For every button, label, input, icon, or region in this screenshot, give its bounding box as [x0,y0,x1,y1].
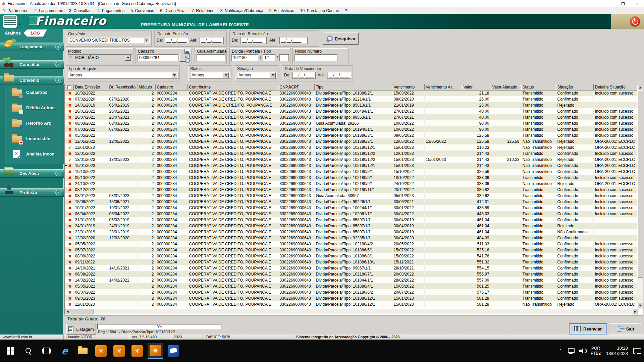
header-status[interactable]: Status [521,84,556,90]
sidebar-group-div-ativa[interactable]: Div. Ativa » [0,169,64,178]
menu-divida-ativa[interactable]: 6. Divida Ativa [157,8,189,13]
modulo-select[interactable]: 2 - MOBILIÁRIO [68,54,132,61]
menu-relatorios[interactable]: 7. Relatórios [189,8,217,13]
sidebar-item-retorno-arq[interactable]: Retorno Arq. [5,116,64,131]
table-row[interactable]: ✖06/04/202206/04/20222000000284COOPERATI… [65,211,637,217]
convenio-select[interactable]: CONVÊNIO SICREDI TRIBUTOS [68,37,150,44]
menu-notificacao-cobranca[interactable]: 8. Notificação/Cobrança [217,8,266,13]
table-row[interactable]: ✖08/03/202208/03/20222000000284COOPERATI… [65,120,637,126]
header-data-emissao[interactable]: Data Emissão [73,84,108,90]
table-row[interactable]: ✖05/07/20222000000284COOPERATIVA DE CRED… [65,247,637,253]
sidebar-item-debito-autom[interactable]: Débito Autom. [5,100,64,116]
table-row[interactable]: ✖09/01/20232000000284COOPERATIVA DE CRED… [65,295,637,301]
header-modulo[interactable]: Módulo [137,84,155,90]
clock[interactable]: 10:28 13/01/2023 [606,346,628,356]
table-row[interactable]: ►✖10/01/20232000000284COOPERATIVA DE CRE… [65,163,637,169]
listagem-button[interactable]: Listagem [66,324,96,335]
calculator-icon[interactable] [3,15,17,28]
tipo-input[interactable] [279,54,289,61]
language-indicator[interactable]: POR PTB2 [591,346,601,356]
network-icon[interactable] [567,348,575,354]
reemissao-ate-input[interactable]: __/__/____ [279,37,308,44]
header-dt-reemissao[interactable]: Dt. Reemissão [108,84,137,90]
table-row[interactable]: ✖14/10/202114/10/20212000000284COOPERATI… [65,265,637,271]
table-row[interactable]: ✖06/08/20222000000284COOPERATIVA DE CRED… [65,271,637,277]
situacao-dropdown-icon[interactable] [270,72,276,78]
horizontal-scroll-thumb[interactable] [70,309,94,314]
table-row[interactable]: ✖03/01/202303/01/20232000000284COOPERATI… [65,193,637,199]
horizontal-scrollbar[interactable]: ◀ ▶ [65,309,638,314]
sidebar-item-cadastros[interactable]: Cadastros [5,85,64,100]
power-button[interactable] [630,16,640,26]
tab-atalhos[interactable]: Atalhos [5,31,21,36]
pesquisar-button[interactable]: Pesquisar [323,33,359,45]
taskbar-search-icon[interactable] [21,343,36,359]
maximize-button[interactable] [616,0,630,7]
header-cnpj-cpf[interactable]: CNPJ/CPF [278,84,314,90]
table-row[interactable]: ✖07/03/202207/03/20222000000284COOPERATI… [65,126,637,132]
table-row[interactable]: ✖24/01/201924/01/20192000000284COOPERATI… [65,223,637,229]
task-view-icon[interactable] [39,343,54,359]
cadastro-search-button[interactable] [179,54,190,62]
menu-lancamentos[interactable]: 2. Lançamentos [31,8,66,13]
reenviar-button[interactable]: Reenviar [569,323,607,334]
table-row[interactable]: ✖14/02/202214/02/20222000000284COOPERATI… [65,277,637,283]
sidebar-group-convenio[interactable]: Convênio » [0,76,64,84]
header-vencimento[interactable]: Vencimento [392,84,424,90]
guia-acumulada-input[interactable] [197,54,225,61]
table-row[interactable]: ✖12/02/202012/02/20202000000284COOPERATI… [65,235,637,241]
chevron-down-icon[interactable]: » [55,62,61,67]
menu-convenios[interactable]: 5. Convênios [127,8,157,13]
table-row[interactable]: ✔11/01/20232000000284COOPERATIVA DE CRED… [65,144,637,150]
sidebar-group-lancamentos[interactable]: Lançament. » [0,43,64,51]
header-valor-alterado[interactable]: Valor Alterado [491,84,521,90]
table-row[interactable]: ✖12/01/20232000000284COOPERATIVA DE CRED… [65,150,637,157]
sidebar-group-protesto[interactable]: Protesto » [0,188,64,197]
header-tipo[interactable]: Tipo [314,84,392,90]
table-row[interactable]: ✖11/01/20232000000284COOPERATIVA DE CRED… [65,301,637,307]
table-row[interactable]: ✖08/09/20222000000284COOPERATIVA DE CRED… [65,253,637,259]
fiorilli-app-icon-2[interactable]: ❋ [111,343,127,359]
menu-estatisticas[interactable]: 9. Estatisticas [266,8,297,13]
table-row[interactable]: ✖08/12/20222000000284COOPERATIVA DE CRED… [65,187,637,193]
table-row[interactable]: ✖31/01/201905/02/20192000000284COOPERATI… [65,217,637,223]
table-row[interactable]: ✖10/10/20222000000284COOPERATIVA DE CRED… [65,169,637,175]
divida-input[interactable]: 102180 [231,54,258,61]
tab-log[interactable]: LOG [23,29,47,37]
file-explorer-icon[interactable] [75,343,91,359]
table-row[interactable]: ✖05/05/20222000000284COOPERATIVA DE CRED… [65,283,637,289]
vertical-scrollbar[interactable]: ▲ ▼ [637,84,643,308]
edge-icon[interactable]: e [57,343,72,359]
scroll-up-icon[interactable]: ▲ [637,84,643,90]
table-row[interactable]: ✖15/06/202115/06/20212000000284COOPERATI… [65,199,637,205]
header-valor[interactable]: Valor [462,84,491,90]
parcela-input[interactable]: 12 [263,54,275,61]
speaker-icon[interactable] [579,348,587,354]
convenio-dropdown-icon[interactable] [144,38,149,43]
fiorilli-app-icon-1[interactable]: ❋ [93,343,109,359]
table-row[interactable]: ✖24/10/20222000000284COOPERATIVA DE CRED… [65,181,637,187]
header-situacao[interactable]: Situação [556,84,593,90]
registro-dropdown-icon[interactable] [171,72,177,78]
scroll-left-icon[interactable]: ◀ [65,309,70,314]
scroll-down-icon[interactable]: ▼ [637,303,643,308]
blue-app-icon[interactable] [166,343,181,359]
table-row[interactable]: ✖12/05/202212/05/20222000000284COOPERATI… [65,138,637,144]
header-detalhe-situacao[interactable]: Detalhe Situação [593,84,637,90]
chevron-up-icon[interactable]: » [55,77,61,83]
nosso-numero-input[interactable] [294,54,337,61]
chevron-down-icon[interactable]: » [55,190,61,195]
menu-parametros[interactable]: 1. Parâmetros [0,8,31,13]
table-row[interactable]: ✖14/01/201905/02/20192000000284COOPERATI… [65,102,637,108]
close-button[interactable]: × [630,0,644,7]
minimize-button[interactable] [602,0,616,7]
cadastro-grid-icon-button[interactable] [184,49,190,54]
sidebar-item-analisa-incon[interactable]: Analisa Incon. [5,146,64,162]
sair-button[interactable]: Sair [609,323,642,334]
select-all-checkbox[interactable] [67,85,71,89]
table-row[interactable]: ✖05/05/20222000000284COOPERATIVA DE CRED… [65,132,637,138]
emissao-de-input[interactable]: __/__/____ [165,37,188,44]
vertical-scroll-thumb[interactable] [637,90,643,278]
table-row[interactable]: ✖07/02/202007/02/20202000000284COOPERATI… [65,96,637,102]
sidebar-item-inconsistencias[interactable]: Inconsistên. [5,131,64,146]
